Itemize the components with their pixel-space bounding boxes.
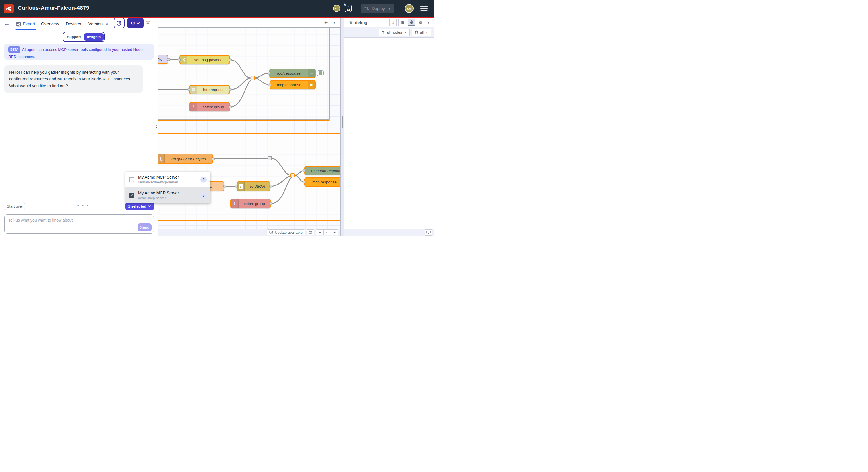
node-http-request[interactable]: http request <box>189 85 230 94</box>
output-port[interactable] <box>229 106 231 108</box>
output-port[interactable] <box>167 58 170 61</box>
exclamation-icon: ! <box>190 103 197 111</box>
assistant-panel: ← Expert Overview Devices Version » <box>0 18 158 236</box>
toggle-support[interactable]: Support <box>64 35 84 39</box>
flowfuse-logo-icon[interactable] <box>4 4 14 13</box>
debug-enable-toggle[interactable] <box>317 70 324 76</box>
flow-canvas[interactable]: + ▼ y 2s <box>158 18 340 236</box>
help-tab-button[interactable] <box>398 19 406 26</box>
toggle-insights[interactable]: Insights <box>84 33 104 41</box>
deploy-caret-icon[interactable]: ▼ <box>388 7 391 10</box>
user-avatar-large[interactable]: su <box>405 4 414 13</box>
start-over-button[interactable]: Start over <box>5 202 25 210</box>
config-tab-button[interactable]: ⚙ <box>417 19 424 26</box>
info-tab-button[interactable]: i <box>389 19 397 26</box>
node-timer[interactable]: y 2s <box>158 55 168 64</box>
node-resource-response[interactable]: resource respons <box>304 166 340 175</box>
send-button[interactable]: Send <box>138 224 152 231</box>
sidebar-tab-bar: debug i ⚙ ▼ <box>344 18 434 27</box>
debug-filter-button[interactable]: all nodes ▼ <box>379 29 410 36</box>
server-option-row[interactable]: ✓ My Acme MCP Server acme-mcp-server 5 <box>125 187 210 203</box>
server-title: My Acme MCP Server <box>138 190 197 195</box>
node-catch-bottom[interactable]: ! catch: group <box>230 199 271 208</box>
input-port[interactable] <box>268 72 270 75</box>
node-db-query[interactable]: { db query for recipes <box>158 154 213 164</box>
insights-chart-button[interactable] <box>114 18 125 28</box>
mcp-server-tools-link[interactable]: MCP server tools <box>58 48 88 52</box>
back-arrow-icon[interactable]: ← <box>4 20 10 27</box>
funnel-icon <box>381 31 385 34</box>
pie-chart-icon <box>117 20 122 26</box>
exclamation-icon: ! <box>231 199 239 208</box>
canvas-scrollbar-thumb[interactable] <box>342 116 343 128</box>
update-available-button[interactable]: Update available <box>267 229 305 235</box>
zoom-controls: − ○ + <box>316 229 338 235</box>
tab-overflow-chevrons[interactable]: » <box>106 21 108 26</box>
node-to-json[interactable]: {} To JSON <box>237 181 270 191</box>
gear-icon: ⚙ <box>131 20 135 26</box>
ai-assistant-icon[interactable]: ✦ ✦ AI <box>345 5 352 12</box>
json-file-icon: {} <box>237 182 245 190</box>
debug-tab-button[interactable] <box>408 19 415 26</box>
flow-tab-bar: + ▼ <box>158 18 340 28</box>
input-port[interactable] <box>187 88 190 91</box>
tab-devices[interactable]: Devices <box>66 21 81 26</box>
minimap-button[interactable] <box>307 229 314 235</box>
tab-expert[interactable]: Expert <box>23 21 35 26</box>
chat-input[interactable] <box>5 215 154 233</box>
deploy-nodes-icon <box>364 6 369 11</box>
node-mcp-response-bottom[interactable]: mcp response <box>304 177 340 187</box>
junction-mid[interactable] <box>268 156 272 160</box>
tab-version[interactable]: Version <box>88 21 103 26</box>
flow-list-caret-icon[interactable]: ▼ <box>333 21 336 24</box>
output-port[interactable] <box>269 185 272 188</box>
assistant-greeting: Hello! I can help you gather insights by… <box>4 65 143 93</box>
server-option-row[interactable]: My Acme MCP Server serban-acme-mcp-serve… <box>125 172 210 187</box>
input-port[interactable] <box>303 169 305 172</box>
chevron-down-icon: ▼ <box>404 31 407 34</box>
add-flow-icon[interactable]: + <box>324 20 328 26</box>
panel-resize-handle[interactable] <box>156 123 157 128</box>
zoom-out-button[interactable]: − <box>316 230 323 235</box>
zoom-in-button[interactable]: + <box>331 230 338 235</box>
tab-overview[interactable]: Overview <box>41 21 59 26</box>
output-port[interactable] <box>270 202 272 205</box>
active-tab-underline <box>16 29 36 30</box>
output-port[interactable] <box>229 59 231 61</box>
checkbox-checked[interactable]: ✓ <box>129 193 134 198</box>
open-in-window-button[interactable] <box>425 229 432 236</box>
zoom-reset-button[interactable]: ○ <box>323 230 331 235</box>
chevron-down-icon <box>148 205 151 207</box>
node-tool-response[interactable]: tool response ≡ <box>269 69 316 78</box>
settings-dropdown-button[interactable]: ⚙ <box>127 18 144 28</box>
canvas-scrollbar-track[interactable] <box>340 18 344 236</box>
output-port[interactable] <box>223 185 226 188</box>
user-avatar-small[interactable]: su <box>333 5 340 12</box>
node-set-payload[interactable]: set msg.payload <box>179 55 230 64</box>
input-port[interactable] <box>235 185 238 188</box>
junction-top[interactable] <box>251 76 255 80</box>
debug-clear-button[interactable]: all ▼ <box>412 29 431 36</box>
sidebar-menu-caret-icon[interactable]: ▼ <box>427 21 430 24</box>
junction-bottom[interactable] <box>290 173 295 177</box>
close-panel-icon[interactable]: × <box>146 19 150 26</box>
tab-debug[interactable]: debug <box>346 18 385 27</box>
server-title: My Acme MCP Server <box>138 175 197 179</box>
beta-notice: BETAAI agent can access MCP server tools… <box>4 43 154 60</box>
node-mcp-response-top[interactable]: mcp response ▶ <box>270 80 316 89</box>
canvas-footer: Update available − ○ + <box>158 229 340 236</box>
chevron-down-icon: ▼ <box>425 31 428 34</box>
node-catch-top[interactable]: ! catch: group <box>189 102 230 111</box>
output-port[interactable] <box>212 158 215 160</box>
output-port[interactable] <box>229 88 231 91</box>
checkbox-unchecked[interactable] <box>129 177 134 182</box>
beta-badge: BETA <box>8 46 20 53</box>
server-select-button[interactable]: 1 selected <box>125 202 154 210</box>
main-menu-icon[interactable] <box>420 6 428 11</box>
input-port[interactable] <box>178 59 181 61</box>
deploy-button[interactable]: Deploy ▼ <box>361 4 394 13</box>
instance-title: Curious-Amur-Falcon-4879 <box>18 5 89 11</box>
input-port[interactable] <box>303 181 305 183</box>
input-port[interactable] <box>268 84 271 86</box>
resize-handle-dots[interactable]: • • • <box>78 204 89 208</box>
